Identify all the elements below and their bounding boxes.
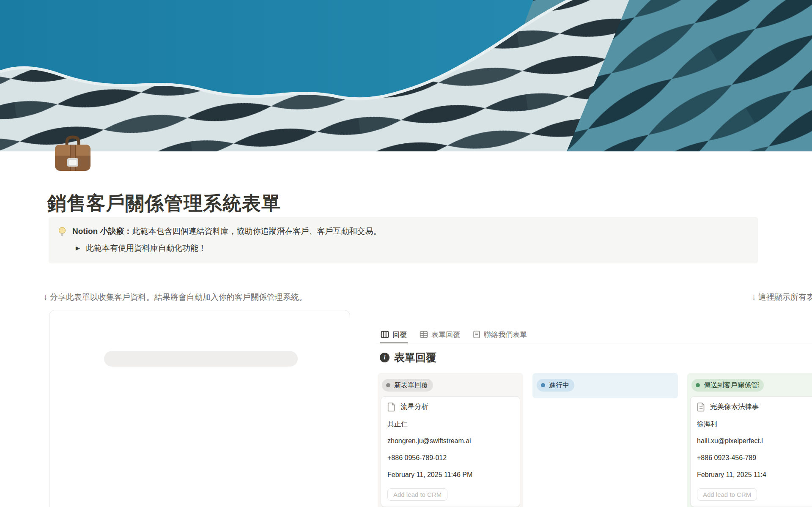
view-tabs: 回覆 表單回覆 聯絡我們表單	[376, 326, 812, 343]
kanban-card[interactable]: 完美像素法律事 徐海利 haili.xu@pixelperfect.l +886…	[690, 396, 812, 507]
form-share-hint: ↓ 分享此表單以收集客戶資料。結果將會自動加入你的客戶關係管理系統。	[44, 289, 357, 305]
status-label: 新表單回覆	[394, 381, 428, 390]
status-dot-icon	[696, 383, 700, 387]
card-title: 流星分析	[401, 402, 428, 411]
submissions-pane: ↓ 這裡顯示所有表單提交。你可以將合格的潛在客戶傳送至客戶關係管理系統，或將其移…	[376, 0, 812, 507]
callout-bold: Notion 小訣竅：	[72, 227, 132, 236]
add-lead-to-crm-button[interactable]: Add lead to CRM	[697, 488, 757, 501]
status-badge-new[interactable]: 新表單回覆	[382, 379, 433, 392]
form-loading-skeleton	[104, 351, 298, 367]
kanban-board: 新表單回覆 流星分析 具正仁 zhongren.ju@swiftstream.a…	[378, 373, 812, 507]
submissions-hint: ↓ 這裡顯示所有表單提交。你可以將合格的潛在客戶傳送至客戶關係管理系統，或將其移…	[752, 289, 812, 305]
card-date: February 11, 2025 11:46 PM	[387, 471, 513, 479]
document-icon	[387, 402, 396, 411]
card-contact-name: 徐海利	[697, 420, 812, 428]
status-badge-in-progress[interactable]: 進行中	[537, 379, 574, 392]
tab-label: 聯絡我們表單	[484, 330, 527, 340]
kanban-column-sent-to-crm: 傳送到客戶關係管理 完美像素法律事 徐海利 haili.xu@pixelperf…	[687, 373, 812, 507]
card-email-link[interactable]: haili.xu@pixelperfect.l	[697, 437, 812, 445]
status-dot-icon	[386, 383, 390, 387]
callout-body: 此範本包含四個連結資料庫，協助你追蹤潛在客戶、客戶互動和交易。	[132, 227, 381, 236]
tab-responses-board[interactable]: 回覆	[380, 326, 408, 343]
section-title: 表單回覆	[394, 351, 436, 364]
add-lead-to-crm-button[interactable]: Add lead to CRM	[387, 488, 447, 501]
kanban-card[interactable]: 流星分析 具正仁 zhongren.ju@swiftstream.ai +886…	[381, 396, 520, 507]
briefcase-icon	[50, 132, 96, 176]
tab-label: 回覆	[392, 330, 407, 340]
toggle-label: 此範本有使用資料庫自動化功能！	[86, 243, 206, 254]
tab-contact-us-form[interactable]: 聯絡我們表單	[472, 326, 528, 343]
toggle-triangle-icon[interactable]: ▶	[75, 243, 81, 254]
callout-text: Notion 小訣竅：此範本包含四個連結資料庫，協助你追蹤潛在客戶、客戶互動和交…	[72, 226, 381, 237]
kanban-column-in-progress: 進行中	[532, 373, 678, 398]
document-icon	[697, 402, 705, 411]
embedded-form-panel[interactable]	[49, 310, 350, 507]
form-page-icon	[473, 330, 480, 339]
status-badge-sent-to-crm[interactable]: 傳送到客戶關係管理	[691, 379, 764, 392]
page-icon-briefcase[interactable]	[50, 132, 96, 176]
card-date: February 11, 2025 11:4	[697, 471, 812, 479]
info-icon: i	[380, 353, 390, 362]
status-label: 傳送到客戶關係管理	[704, 381, 759, 390]
card-title: 完美像素法律事	[710, 402, 759, 411]
status-label: 進行中	[549, 381, 569, 390]
board-view-icon	[381, 330, 389, 339]
lightbulb-icon	[57, 226, 67, 236]
tab-label: 表單回覆	[431, 330, 460, 340]
table-view-icon	[420, 330, 428, 339]
card-contact-name: 具正仁	[387, 420, 513, 428]
card-phone-link[interactable]: +886 0923-456-789	[697, 454, 812, 462]
tab-form-responses-table[interactable]: 表單回覆	[419, 326, 461, 343]
card-phone-link[interactable]: +886 0956-789-012	[387, 454, 513, 462]
status-dot-icon	[541, 383, 545, 387]
kanban-column-new: 新表單回覆 流星分析 具正仁 zhongren.ju@swiftstream.a…	[378, 373, 523, 507]
section-heading: i 表單回覆	[380, 351, 436, 364]
card-email-link[interactable]: zhongren.ju@swiftstream.ai	[387, 437, 513, 445]
